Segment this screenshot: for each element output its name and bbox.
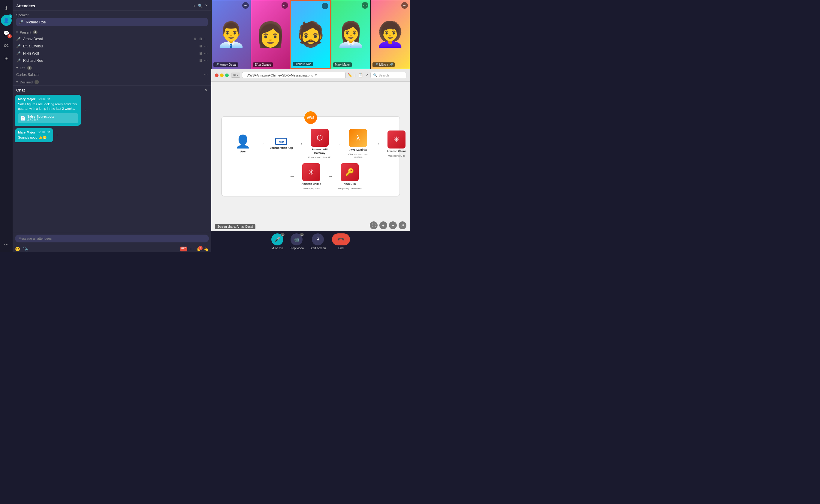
- mute-mic-chevron[interactable]: ▲: [281, 233, 284, 236]
- efua-more-icon[interactable]: ⋯: [204, 44, 208, 48]
- emoji-icon[interactable]: 😊: [15, 247, 20, 251]
- captions-button[interactable]: CC: [1, 40, 12, 51]
- fullscreen-button[interactable]: ⛶: [370, 221, 377, 229]
- raise-hand-badge: 2: [198, 246, 203, 250]
- arrow-1: →: [259, 141, 265, 147]
- window-layout-button[interactable]: ⊞ ▾: [231, 73, 240, 78]
- speaker-name: Richard Roe: [26, 20, 46, 24]
- chat-message-row-1: Mary Major 12:08 PM Sales figures are lo…: [15, 95, 209, 126]
- open-external-button[interactable]: ↗: [398, 221, 406, 229]
- close-attendees-icon[interactable]: ✕: [205, 4, 208, 8]
- chat-input[interactable]: [15, 235, 209, 242]
- zoom-out-button[interactable]: −: [389, 221, 397, 229]
- marcia-tile-more[interactable]: ⋯: [401, 2, 408, 9]
- more-button[interactable]: ⋯: [1, 239, 12, 250]
- declined-count: 1: [35, 80, 39, 84]
- chat-attachment-1[interactable]: 📄 Sales_figures.pptx 3.89 MB: [18, 113, 78, 123]
- edit-icon[interactable]: ✏️: [347, 73, 352, 77]
- close-window-button[interactable]: [215, 73, 218, 77]
- efua-mic-icon: 🎤: [16, 44, 21, 48]
- end-call-button[interactable]: 📞 End: [332, 233, 350, 250]
- screen-share-area: ⊞ ▾ · AWS+Amazon+Chime+SDK+Messaging.png…: [211, 69, 410, 231]
- browser-search-bar[interactable]: 🔍 Search: [370, 72, 406, 78]
- efua-monitor-icon: 🖥: [199, 44, 202, 48]
- maximize-window-button[interactable]: [225, 73, 229, 77]
- attendees-title: Attendees: [16, 4, 35, 8]
- left-section-header[interactable]: ▾ Left 1: [13, 64, 211, 71]
- mute-mic-icon: 🎤: [274, 237, 280, 242]
- nikki-more-icon[interactable]: ⋯: [204, 51, 208, 55]
- chime-top-sublabel: Messaging APIs: [388, 155, 405, 157]
- minimize-window-button[interactable]: [220, 73, 224, 77]
- toolbar-sep-1: |: [355, 73, 356, 77]
- attendees-panel: Attendees + 🔍 ✕ Speaker 🎤 Richard Roe ▾ …: [13, 0, 211, 252]
- arnav-tile-more[interactable]: ⋯: [242, 2, 249, 9]
- richard-tile-more[interactable]: ⋯: [322, 3, 328, 9]
- attachment-filename: Sales_figures.pptx: [27, 115, 54, 118]
- video-tile-efua: 👩 ⋯ Efua Owusu: [251, 0, 290, 69]
- arnav-more-icon[interactable]: ⋯: [204, 37, 208, 41]
- chat-message-2-more[interactable]: ⋯: [54, 132, 61, 138]
- captions-icon: CC: [4, 44, 9, 47]
- video-gallery: 👨‍💼 ⋯ 🎤 Arnav Desai 👩 ⋯ Efua Owusu 🧔 ⋯: [211, 0, 410, 69]
- reactions-icon[interactable]: 👆: [204, 247, 209, 251]
- url-filename: AWS+Amazon+Chime+SDK+Messaging.png: [247, 73, 313, 77]
- attachment-icon[interactable]: 📎: [23, 247, 28, 251]
- attendee-nikki: 🎤 Nikki Wolf 🖥 ⋯: [13, 50, 211, 57]
- info-button[interactable]: ℹ: [1, 2, 12, 13]
- url-dropdown-icon[interactable]: ▾: [315, 73, 317, 77]
- raise-hand-icon[interactable]: ✋ 2: [196, 247, 201, 251]
- chat-time-1: 12:08 PM: [37, 97, 50, 101]
- start-screen-icon: 🖥: [315, 237, 320, 242]
- diagram-chime-top: ✳ Amazon Chime Messaging APIs: [384, 131, 408, 157]
- attendee-richard: 🎤 Richard Roe 🖥 ⋯: [13, 57, 211, 64]
- richard-monitor-icon: 🖥: [199, 59, 202, 63]
- attendees-header: Attendees + 🔍 ✕: [13, 0, 211, 11]
- richard-name-tag: Richard Roe: [293, 62, 313, 66]
- chat-messages: Mary Major 12:08 PM Sales figures are lo…: [13, 94, 211, 232]
- chat-message-2: Mary Major 12:10 PM Sounds good 👍😁: [15, 128, 53, 142]
- chat-close-icon[interactable]: ✕: [205, 88, 208, 92]
- start-screen-label: Start screen: [310, 247, 326, 250]
- url-bar[interactable]: · AWS+Amazon+Chime+SDK+Messaging.png ▾: [242, 72, 346, 78]
- speaker-mic-icon: 🎤: [19, 20, 23, 24]
- copy-icon[interactable]: 📋: [358, 73, 363, 77]
- stop-video-chevron[interactable]: ▲: [300, 233, 304, 236]
- chat-sender-2: Mary Major: [18, 131, 35, 134]
- chat-message-1-more[interactable]: ⋯: [82, 107, 89, 113]
- richard-name: Richard Roe: [23, 59, 43, 63]
- search-attendees-icon[interactable]: 🔍: [198, 4, 203, 8]
- arnav-monitor-icon: 🖥: [199, 37, 202, 41]
- left-label: Left: [20, 66, 25, 70]
- grid-button[interactable]: ⊞: [1, 53, 12, 64]
- diagram-sts: 🔑 AWS STS Temporary Credentials: [338, 163, 362, 190]
- start-screen-button[interactable]: 🖥 Start screen: [310, 233, 326, 250]
- end-call-icon: 📞: [337, 235, 345, 244]
- chat-button[interactable]: 💬 2: [1, 28, 12, 38]
- mute-mic-icon-container: 🎤 ▲: [271, 233, 283, 245]
- present-section-header[interactable]: ▾ Present 4: [13, 29, 211, 35]
- mute-mic-label: Mute mic: [271, 247, 284, 250]
- richard-more-icon[interactable]: ⋯: [204, 59, 208, 63]
- zoom-in-button[interactable]: +: [379, 221, 387, 229]
- people-button[interactable]: 👤 4: [1, 15, 12, 26]
- carlos-more-icon[interactable]: ⋯: [204, 73, 208, 77]
- stop-video-button[interactable]: 📹 ▲ Stop video: [290, 233, 304, 250]
- attachment-doc-icon: 📄: [20, 116, 26, 121]
- arnav-video-feed: 👨‍💼: [212, 0, 251, 69]
- video-tile-mary: 👩‍💼 ⋯ Mary Major: [331, 0, 371, 69]
- declined-section-header[interactable]: ▾ Declined 1: [13, 78, 211, 85]
- add-attendee-icon[interactable]: +: [193, 4, 195, 8]
- chat-text-2: Sounds good 👍😁: [18, 135, 50, 140]
- more-chat-options-icon[interactable]: ⋯: [190, 247, 194, 251]
- chat-section: Chat ✕ Mary Major 12:08 PM Sales figures…: [13, 85, 211, 252]
- marcia-tile-name: Márcia: [379, 63, 388, 66]
- aws-badge: AWS: [304, 111, 317, 124]
- carlos-name: Carlos Salazar: [16, 73, 40, 77]
- api-gateway-label: Amazon API Gateway: [308, 148, 332, 155]
- nikki-name: Nikki Wolf: [23, 51, 39, 55]
- share-icon[interactable]: ↗: [365, 73, 368, 77]
- mute-mic-button[interactable]: 🎤 ▲ Mute mic: [271, 233, 284, 250]
- present-count: 4: [33, 30, 38, 34]
- arnav-name: Arnav Desai: [23, 37, 43, 41]
